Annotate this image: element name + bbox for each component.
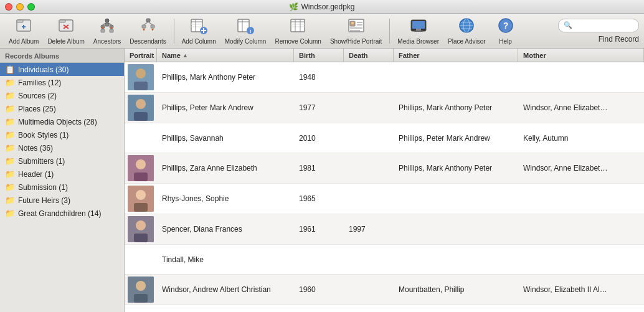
th-father[interactable]: Father xyxy=(394,49,518,62)
table-row[interactable]: Phillips, Savannah 2010 Phillips, Peter … xyxy=(125,123,644,153)
search-icon: 🔍 xyxy=(564,21,572,29)
th-name[interactable]: Name ▲ xyxy=(157,49,294,62)
modify-column-button[interactable]: i Modify Column xyxy=(221,14,270,47)
table-row[interactable]: Rhys-Jones, Sophie 1965 xyxy=(125,184,644,214)
th-portrait[interactable]: Portrait xyxy=(125,49,157,62)
td-portrait-4 xyxy=(125,153,157,183)
td-portrait-9 xyxy=(125,305,157,312)
svg-rect-1 xyxy=(17,20,23,22)
multimedia-icon: 📁 xyxy=(5,117,15,126)
td-death-3 xyxy=(344,123,394,153)
search-input[interactable] xyxy=(575,22,631,29)
table-row[interactable]: Phillips, Zara Anne Elizabeth 1981 Phill… xyxy=(125,153,644,184)
th-birth[interactable]: Birth xyxy=(294,49,344,62)
add-album-button[interactable]: Add Album xyxy=(5,14,42,47)
places-icon: 📁 xyxy=(5,104,15,113)
svg-point-72 xyxy=(136,190,146,200)
td-death-6: 1997 xyxy=(344,214,394,244)
th-death[interactable]: Death xyxy=(344,49,394,62)
sidebar-item-places[interactable]: 📁 Places (25) xyxy=(0,102,124,115)
td-birth-9: 1950 xyxy=(294,305,344,312)
td-portrait-7 xyxy=(125,245,157,274)
help-icon: ? xyxy=(497,17,514,37)
show-hide-portrait-button[interactable]: Show/Hide Portrait xyxy=(326,14,386,47)
sidebar-item-header[interactable]: 📁 Header (1) xyxy=(0,168,124,181)
td-birth-8: 1960 xyxy=(294,275,344,305)
svg-rect-21 xyxy=(142,25,146,28)
td-portrait-5 xyxy=(125,184,157,214)
individuals-icon: 📋 xyxy=(5,65,15,74)
td-father-3: Phillips, Peter Mark Andrew xyxy=(394,123,518,153)
td-father-2: Phillips, Mark Anthony Peter xyxy=(394,93,518,123)
svg-line-20 xyxy=(148,22,153,25)
sidebar: Records Albums 📋 Individuals (30) 📁 Fami… xyxy=(0,49,125,312)
svg-point-78 xyxy=(136,281,146,291)
media-browser-button[interactable]: Media Browser xyxy=(394,14,443,47)
td-death-5 xyxy=(344,184,394,214)
descendants-label: Descendants xyxy=(130,38,166,45)
window-title: 🌿 Windsor.gedpkg xyxy=(289,2,354,11)
sidebar-item-submission[interactable]: 📁 Submission (1) xyxy=(0,181,124,194)
search-box[interactable]: 🔍 xyxy=(558,19,639,32)
sidebar-item-sources[interactable]: 📁 Sources (2) xyxy=(0,89,124,102)
place-advisor-button[interactable]: Place Advisor xyxy=(444,14,490,47)
sidebar-item-individuals[interactable]: 📋 Individuals (30) xyxy=(0,63,124,76)
close-button[interactable] xyxy=(5,3,12,11)
svg-rect-15 xyxy=(105,23,109,26)
window-controls xyxy=(5,3,35,11)
sidebar-item-submitters[interactable]: 📁 Submitters (1) xyxy=(0,154,124,168)
descendants-icon xyxy=(140,17,157,37)
td-death-1 xyxy=(344,62,394,92)
table-row[interactable]: Phillips, Peter Mark Andrew 1977 Phillip… xyxy=(125,93,644,123)
portrait-1 xyxy=(128,64,154,90)
remove-column-label: Remove Column xyxy=(275,38,321,45)
th-mother[interactable]: Mother xyxy=(518,49,644,62)
help-button[interactable]: ? Help xyxy=(491,14,521,47)
minimize-button[interactable] xyxy=(16,3,24,11)
svg-point-69 xyxy=(136,159,146,169)
table-header: Portrait Name ▲ Birth Death Father Mothe… xyxy=(125,49,644,62)
td-mother-8: Windsor, Elizabeth II Al… xyxy=(518,275,644,305)
ancestors-label: Ancestors xyxy=(93,38,121,45)
place-advisor-icon xyxy=(458,17,475,37)
remove-column-button[interactable]: Remove Column xyxy=(271,14,324,47)
header-icon: 📁 xyxy=(5,169,15,179)
add-column-button[interactable]: Add Column xyxy=(178,14,220,47)
future-heirs-icon: 📁 xyxy=(5,196,15,205)
td-name-3: Phillips, Savannah xyxy=(157,123,294,153)
td-father-7 xyxy=(394,245,518,274)
add-album-label: Add Album xyxy=(9,38,39,45)
maximize-button[interactable] xyxy=(27,3,35,11)
ancestors-button[interactable]: Ancestors xyxy=(90,14,125,47)
toolbar-sep-2 xyxy=(389,19,390,44)
svg-rect-13 xyxy=(101,29,105,32)
svg-marker-23 xyxy=(143,29,145,31)
sidebar-item-families[interactable]: 📁 Families (12) xyxy=(0,76,124,89)
svg-point-75 xyxy=(136,220,146,230)
sidebar-item-notes[interactable]: 📁 Notes (36) xyxy=(0,141,124,154)
delete-album-icon xyxy=(57,17,75,37)
table-row[interactable]: Spencer, Diana Frances 1961 1997 xyxy=(125,214,644,245)
td-birth-2: 1977 xyxy=(294,93,344,123)
svg-rect-73 xyxy=(134,203,148,212)
sidebar-item-great-grandchildren[interactable]: 📁 Great Grandchildren (14) xyxy=(0,207,124,220)
find-record-button[interactable]: Find Record xyxy=(599,35,639,44)
td-name-1: Phillips, Mark Anthony Peter xyxy=(157,62,294,92)
table-row[interactable]: Phillips, Mark Anthony Peter 1948 xyxy=(125,62,644,93)
td-death-4 xyxy=(344,153,394,183)
delete-album-button[interactable]: Delete Album xyxy=(44,14,88,47)
svg-rect-70 xyxy=(134,173,148,181)
table-row[interactable]: Windsor, Anne Elizabeth Alice 1950 Mount… xyxy=(125,305,644,312)
sidebar-item-multimedia[interactable]: 📁 Multimedia Objects (28) xyxy=(0,115,124,128)
sidebar-item-book-styles[interactable]: 📁 Book Styles (1) xyxy=(0,128,124,141)
sidebar-item-future-heirs[interactable]: 📁 Future Heirs (3) xyxy=(0,194,124,207)
table-row[interactable]: Windsor, Andrew Albert Christian 1960 Mo… xyxy=(125,275,644,305)
td-birth-1: 1948 xyxy=(294,62,344,92)
descendants-button[interactable]: Descendants xyxy=(126,14,169,47)
td-father-4: Phillips, Mark Anthony Peter xyxy=(394,153,518,183)
table-row[interactable]: Tindall, Mike xyxy=(125,245,644,275)
td-mother-5 xyxy=(518,184,644,214)
media-browser-label: Media Browser xyxy=(397,38,439,45)
td-mother-6 xyxy=(518,214,644,244)
td-father-6 xyxy=(394,214,518,244)
